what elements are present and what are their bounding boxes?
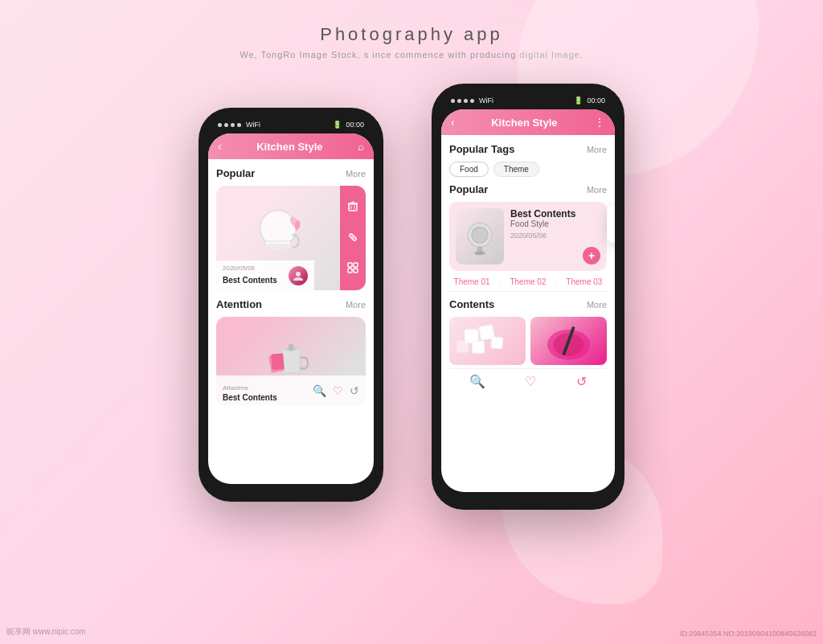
phone-right: WiFi 🔋 00:00 ‹ Kitchen Style ⋮ Popular T… <box>432 84 624 510</box>
right-status-right: 🔋 00:00 <box>574 96 605 105</box>
left-attention-card: Attantme Best Contents 🔍 ♡ ↺ <box>216 317 366 405</box>
mirror-svg <box>460 216 500 256</box>
right-heart-nav[interactable]: ♡ <box>525 374 536 389</box>
right-tags-header: Popular Tags More <box>449 143 607 155</box>
right-themes-row: Theme 01 | Theme 02 | Theme 03 <box>449 277 607 292</box>
svg-rect-13 <box>348 263 352 267</box>
left-card-image: 2020/05/06 Best Contents <box>216 186 340 290</box>
tag-food[interactable]: Food <box>449 162 489 177</box>
rdot4 <box>470 99 474 103</box>
left-signal-dots: WiFi <box>218 121 260 129</box>
right-status-bar: WiFi 🔋 00:00 <box>441 93 615 108</box>
svg-rect-16 <box>354 269 358 273</box>
right-tags-row: Food Theme <box>449 162 607 177</box>
right-topbar-title: Kitchen Style <box>455 117 594 129</box>
heart-bottom-icon[interactable]: ♡ <box>333 384 343 397</box>
right-signal-dots: WiFi <box>451 96 493 105</box>
right-tooltip-card: Best Contents Food Style 2020/05/06 <box>607 206 615 243</box>
grid-icon[interactable] <box>347 262 358 276</box>
left-attention-title: Atenttion <box>216 298 262 310</box>
left-popular-header: Popular More <box>216 167 366 179</box>
left-card-footer: 2020/05/06 Best Contents <box>216 260 314 290</box>
svg-point-23 <box>472 227 488 243</box>
sugar-svg <box>449 317 526 365</box>
content-thumb-1 <box>449 317 526 365</box>
right-menu-icon[interactable]: ⋮ <box>594 116 605 129</box>
svg-rect-31 <box>491 337 503 349</box>
right-contents-header: Contents More <box>449 298 607 310</box>
left-attention-info: Attantme Best Contents <box>223 379 277 402</box>
right-bottom-nav: 🔍 ♡ ↺ <box>449 368 607 394</box>
refresh-bottom-icon[interactable]: ↺ <box>350 384 359 397</box>
right-time-text: 00:00 <box>587 96 605 105</box>
svg-rect-14 <box>354 263 358 267</box>
dot4 <box>237 123 241 127</box>
svg-point-5 <box>296 272 301 277</box>
dot1 <box>218 123 222 127</box>
svg-point-2 <box>265 243 291 249</box>
theme-divider-2: | <box>555 277 558 286</box>
right-contents-title: Contents <box>449 298 494 310</box>
left-wifi-icon: WiFi <box>246 121 260 129</box>
svg-rect-30 <box>473 341 485 353</box>
right-battery-icon: 🔋 <box>574 96 583 105</box>
theme-03[interactable]: Theme 03 <box>566 277 602 286</box>
right-wifi-icon: WiFi <box>479 96 493 105</box>
left-attention-header: Atenttion More <box>216 298 366 310</box>
right-contents-grid <box>449 317 607 365</box>
right-popular-image <box>456 208 504 265</box>
right-topbar: ‹ Kitchen Style ⋮ <box>441 109 615 135</box>
left-card-actions <box>340 186 366 290</box>
left-card-title: Best Contents <box>223 276 277 285</box>
search-bottom-icon[interactable]: 🔍 <box>313 384 326 397</box>
right-popular-date: 2020/05/06 <box>510 232 600 240</box>
right-contents-more[interactable]: More <box>587 300 607 310</box>
left-topbar: ‹ Kitchen Style ⌕ <box>208 133 374 159</box>
svg-rect-21 <box>271 353 285 370</box>
left-screen: ‹ Kitchen Style ⌕ Popular More <box>208 133 374 484</box>
watermark-left: 昵享网 www.nipic.com <box>6 626 86 638</box>
left-attention-footer: Attantme Best Contents 🔍 ♡ ↺ <box>216 375 366 405</box>
left-search-icon[interactable]: ⌕ <box>358 140 364 153</box>
theme-01[interactable]: Theme 01 <box>454 277 490 286</box>
theme-02[interactable]: Theme 02 <box>510 277 546 286</box>
svg-rect-32 <box>457 341 469 352</box>
svg-rect-15 <box>348 269 352 273</box>
left-popular-more[interactable]: More <box>346 169 366 178</box>
left-battery-icon: 🔋 <box>333 121 342 129</box>
avatar-icon <box>292 269 305 282</box>
left-attention-icons: 🔍 ♡ ↺ <box>313 384 359 397</box>
right-plus-button[interactable]: + <box>583 247 600 265</box>
watermark-right: ID:29845354 NO:20190904100845626082 <box>680 630 817 638</box>
left-attention-more[interactable]: More <box>346 300 366 310</box>
right-tags-more[interactable]: More <box>587 145 607 154</box>
left-time-text: 00:00 <box>346 121 364 129</box>
rdot2 <box>457 99 461 103</box>
left-avatar <box>289 266 308 285</box>
right-popular-main-title: Best Contents <box>510 208 600 219</box>
dot2 <box>224 123 228 127</box>
rdot3 <box>464 99 468 103</box>
left-content: Popular More <box>208 159 374 413</box>
content-thumb-2 <box>530 317 607 365</box>
left-card-date: 2020/05/06 <box>223 265 277 272</box>
svg-point-25 <box>474 251 485 255</box>
pill-icon[interactable] <box>347 232 358 245</box>
tag-theme[interactable]: Theme <box>493 162 539 177</box>
right-tags-title: Popular Tags <box>449 143 514 155</box>
right-popular-header: Popular More <box>449 183 607 195</box>
right-refresh-nav[interactable]: ↺ <box>576 374 587 389</box>
right-popular-more[interactable]: More <box>587 185 607 195</box>
plate-svg <box>530 317 607 365</box>
left-attention-cardtitle: Best Contents <box>223 393 277 402</box>
right-popular-card: Best Contents Food Style 2020/05/06 + <box>449 202 607 271</box>
right-search-nav[interactable]: 🔍 <box>469 374 485 389</box>
left-card-info: 2020/05/06 Best Contents <box>223 265 277 286</box>
phone-left: WiFi 🔋 00:00 ‹ Kitchen Style ⌕ Popular M… <box>199 108 383 502</box>
svg-rect-19 <box>289 344 293 351</box>
dot3 <box>231 123 235 127</box>
rdot1 <box>451 99 455 103</box>
left-popular-title: Popular <box>216 167 255 179</box>
right-screen: ‹ Kitchen Style ⋮ Popular Tags More Food… <box>441 109 615 492</box>
delete-icon[interactable] <box>347 201 358 215</box>
